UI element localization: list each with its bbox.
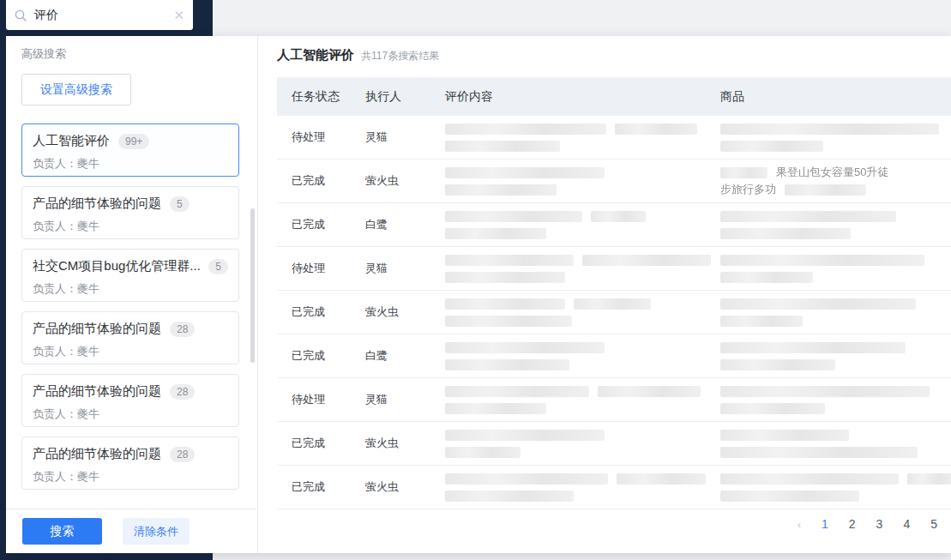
scrollbar-thumb[interactable] [250, 208, 255, 363]
cell-product [706, 466, 951, 509]
table-row-1[interactable]: 待处理 灵猫 [277, 116, 951, 160]
status-text: 已完成 [292, 173, 351, 189]
cell-status: 待处理 [277, 247, 351, 290]
redacted-text-block [720, 359, 835, 370]
redacted-text-block [445, 184, 557, 196]
redacted-text-block [720, 316, 803, 327]
redacted-text-block [720, 167, 767, 178]
pagination-page-3[interactable]: 3 [876, 517, 883, 531]
redacted-text-block [785, 184, 866, 196]
clear-conditions-button[interactable]: 清除条件 [123, 518, 190, 545]
executor-text: 灵猫 [365, 392, 430, 407]
redacted-text-block [720, 473, 899, 485]
saved-search-list: 人工智能评价 99+ 负责人：夔牛 产品的细节体验的问题 5 负责人：夔牛 社交… [21, 123, 239, 490]
pagination-page-5[interactable]: 5 [930, 517, 937, 531]
redacted-text-block [445, 272, 565, 283]
saved-search-card-top: 产品的细节体验的问题 5 [33, 196, 228, 212]
redacted-text-block [445, 316, 572, 327]
saved-search-owner: 负责人：夔牛 [33, 406, 228, 422]
cell-product [706, 203, 951, 246]
pagination-page-1[interactable]: 1 [822, 517, 828, 531]
redacted-text-block [445, 447, 521, 458]
redacted-line [720, 123, 951, 135]
table-row-2[interactable]: 已完成 萤火虫 果登山包女容量50升徒步旅行多功 [277, 160, 951, 203]
redacted-text-block [720, 141, 823, 152]
redacted-text-block [720, 491, 859, 502]
table-row-6[interactable]: 已完成 白鹭 [277, 334, 951, 378]
executor-text: 萤火虫 [365, 436, 430, 451]
pagination-page-2[interactable]: 2 [849, 517, 856, 531]
search-button[interactable]: 搜索 [22, 518, 102, 545]
pagination-prev-icon[interactable]: ‹ [798, 518, 801, 531]
executor-text: 萤火虫 [365, 173, 430, 189]
setup-advanced-search-button[interactable]: 设置高级搜索 [21, 74, 131, 105]
cell-status: 已完成 [277, 291, 351, 334]
cell-status: 待处理 [277, 378, 351, 421]
table-row-9[interactable]: 已完成 萤火虫 [277, 466, 951, 509]
saved-search-card-1[interactable]: 产品的细节体验的问题 5 负责人：夔牛 [21, 186, 239, 239]
table-row-8[interactable]: 已完成 萤火虫 [277, 422, 951, 466]
table-row-5[interactable]: 已完成 萤火虫 [277, 291, 951, 334]
count-badge: 99+ [118, 134, 149, 149]
redacted-text-block [445, 386, 589, 397]
executor-text: 灵猫 [365, 129, 430, 145]
redacted-text-block [720, 272, 813, 283]
redacted-line [720, 316, 951, 327]
cell-status: 已完成 [277, 160, 351, 202]
cell-product [706, 422, 951, 465]
redacted-text-block [445, 167, 605, 178]
clear-search-icon[interactable]: ✕ [173, 9, 184, 21]
saved-search-owner: 负责人：夔牛 [33, 156, 228, 172]
saved-search-card-top: 社交CM项目bug优化管理群... 5 [33, 258, 228, 274]
status-text: 已完成 [292, 217, 351, 232]
redacted-line [720, 430, 951, 441]
redacted-text-block [445, 123, 606, 135]
redacted-line [445, 298, 706, 310]
redacted-text-block [582, 255, 711, 266]
product-text-fragment: 果登山包女容量50升徒 [776, 165, 888, 180]
cell-executor: 灵猫 [351, 378, 430, 421]
table-row-3[interactable]: 已完成 白鹭 [277, 203, 951, 247]
redacted-text-block [598, 386, 701, 397]
redacted-text-block [720, 430, 849, 441]
saved-search-card-3[interactable]: 产品的细节体验的问题 28 负责人：夔牛 [21, 311, 239, 364]
redacted-text-block [445, 255, 574, 266]
redacted-line [445, 167, 706, 178]
count-badge: 28 [170, 384, 195, 400]
saved-search-card-2[interactable]: 社交CM项目bug优化管理群... 5 负责人：夔牛 [21, 249, 239, 302]
status-text: 待处理 [292, 261, 351, 276]
redacted-text-block [720, 255, 924, 266]
cell-status: 已完成 [277, 466, 351, 509]
cell-product [706, 334, 951, 377]
saved-search-card-top: 产品的细节体验的问题 28 [33, 446, 228, 462]
saved-search-card-0[interactable]: 人工智能评价 99+ 负责人：夔牛 [21, 123, 239, 177]
executor-text: 白鹭 [365, 217, 430, 232]
table-row-4[interactable]: 待处理 灵猫 [277, 247, 951, 291]
saved-search-owner: 负责人：夔牛 [33, 469, 228, 485]
saved-search-card-5[interactable]: 产品的细节体验的问题 28 负责人：夔牛 [21, 437, 239, 490]
cell-review-content [430, 160, 706, 202]
redacted-line [445, 386, 706, 397]
cell-product: 果登山包女容量50升徒步旅行多功 [706, 160, 951, 202]
redacted-text-block [907, 473, 951, 485]
redacted-text-block [574, 298, 651, 310]
saved-search-card-4[interactable]: 产品的细节体验的问题 28 负责人：夔牛 [21, 374, 239, 427]
status-text: 已完成 [292, 479, 351, 495]
redacted-line [720, 386, 951, 397]
cell-executor: 萤火虫 [351, 422, 430, 465]
pagination-page-4[interactable]: 4 [903, 517, 910, 531]
search-input[interactable]: 评价 ✕ [6, 0, 193, 30]
status-text: 已完成 [292, 348, 351, 364]
table-row-7[interactable]: 待处理 灵猫 [277, 378, 951, 422]
saved-search-card-top: 人工智能评价 99+ [33, 133, 228, 149]
cell-review-content [430, 378, 706, 421]
redacted-text-block [445, 342, 605, 353]
redacted-text-block [445, 491, 574, 502]
redacted-line [445, 255, 706, 266]
cell-review-content [430, 466, 706, 509]
redacted-text-block [720, 386, 930, 397]
executor-text: 萤火虫 [365, 304, 430, 320]
results-title: 人工智能评价 [277, 47, 354, 63]
redacted-text-block [445, 430, 605, 441]
executor-text: 白鹭 [365, 348, 430, 364]
